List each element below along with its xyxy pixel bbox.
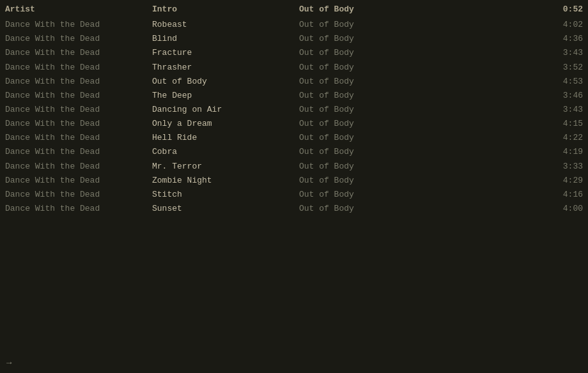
track-title: Zombie Night [152,174,299,187]
track-artist: Dance With the Dead [5,118,152,130]
track-duration: 4:00 [545,202,583,215]
table-row[interactable]: Dance With the DeadOut of BodyOut of Bod… [0,75,588,89]
track-artist: Dance With the Dead [5,146,152,158]
track-duration: 4:22 [545,132,583,144]
track-title: The Deep [152,89,299,102]
track-spacer [427,89,545,102]
track-artist: Dance With the Dead [5,174,152,187]
track-spacer [427,19,545,31]
track-title: Only a Dream [152,118,299,130]
track-list-header: Artist Intro Out of Body 0:52 [0,3,588,17]
track-spacer [427,75,545,88]
track-album: Out of Body [299,33,427,45]
track-duration: 3:43 [545,47,583,59]
track-spacer [427,47,545,59]
track-album: Out of Body [299,146,427,158]
track-title: Stitch [152,188,299,201]
track-spacer [427,132,545,144]
track-spacer [427,174,545,187]
bottom-bar: → [0,353,588,373]
track-album: Out of Body [299,89,427,102]
track-spacer [427,103,545,116]
track-album: Out of Body [299,118,427,130]
track-artist: Dance With the Dead [5,132,152,144]
track-title: Sunset [152,202,299,215]
track-artist: Dance With the Dead [5,47,152,59]
track-title: Fracture [152,47,299,59]
table-row[interactable]: Dance With the DeadThe DeepOut of Body3:… [0,89,588,103]
track-duration: 4:16 [545,188,583,201]
track-title: Cobra [152,146,299,158]
track-artist: Dance With the Dead [5,202,152,215]
track-album: Out of Body [299,103,427,116]
header-artist: Artist [5,3,152,16]
arrow-icon: → [6,358,12,368]
track-album: Out of Body [299,160,427,173]
track-album: Out of Body [299,61,427,74]
track-spacer [427,188,545,201]
track-album: Out of Body [299,174,427,187]
track-title: Dancing on Air [152,103,299,116]
track-title: Hell Ride [152,132,299,144]
track-duration: 4:53 [545,75,583,88]
header-title: Intro [152,3,299,16]
track-album: Out of Body [299,188,427,201]
track-artist: Dance With the Dead [5,160,152,173]
table-row[interactable]: Dance With the DeadFractureOut of Body3:… [0,46,588,60]
track-spacer [427,202,545,215]
table-row[interactable]: Dance With the DeadBlindOut of Body4:36 [0,32,588,46]
track-duration: 4:29 [545,174,583,187]
track-album: Out of Body [299,47,427,59]
track-spacer [427,118,545,130]
track-album: Out of Body [299,202,427,215]
track-title: Mr. Terror [152,160,299,173]
track-duration: 4:19 [545,146,583,158]
track-spacer [427,160,545,173]
track-duration: 3:52 [545,61,583,74]
track-title: Robeast [152,19,299,31]
track-artist: Dance With the Dead [5,75,152,88]
table-row[interactable]: Dance With the DeadStitchOut of Body4:16 [0,188,588,202]
track-duration: 4:36 [545,33,583,45]
track-list: Artist Intro Out of Body 0:52 Dance With… [0,0,588,218]
track-duration: 4:02 [545,19,583,31]
track-title: Out of Body [152,75,299,88]
header-album: Out of Body [299,3,427,16]
track-artist: Dance With the Dead [5,89,152,102]
track-duration: 3:33 [545,160,583,173]
table-row[interactable]: Dance With the DeadHell RideOut of Body4… [0,131,588,145]
track-duration: 3:46 [545,89,583,102]
table-row[interactable]: Dance With the DeadZombie NightOut of Bo… [0,174,588,188]
track-duration: 3:43 [545,103,583,116]
track-title: Blind [152,33,299,45]
track-duration: 4:15 [545,118,583,130]
header-duration: 0:52 [545,3,583,16]
track-spacer [427,33,545,45]
table-row[interactable]: Dance With the DeadRobeastOut of Body4:0… [0,18,588,32]
table-row[interactable]: Dance With the DeadThrasherOut of Body3:… [0,61,588,75]
track-album: Out of Body [299,19,427,31]
track-artist: Dance With the Dead [5,33,152,45]
table-row[interactable]: Dance With the DeadMr. TerrorOut of Body… [0,160,588,174]
table-row[interactable]: Dance With the DeadCobraOut of Body4:19 [0,145,588,159]
header-spacer [427,3,545,16]
track-album: Out of Body [299,132,427,144]
track-artist: Dance With the Dead [5,188,152,201]
table-row[interactable]: Dance With the DeadSunsetOut of Body4:00 [0,202,588,216]
table-row[interactable]: Dance With the DeadOnly a DreamOut of Bo… [0,117,588,131]
track-title: Thrasher [152,61,299,74]
track-artist: Dance With the Dead [5,103,152,116]
track-spacer [427,146,545,158]
track-artist: Dance With the Dead [5,19,152,31]
table-row[interactable]: Dance With the DeadDancing on AirOut of … [0,103,588,117]
track-artist: Dance With the Dead [5,61,152,74]
track-spacer [427,61,545,74]
track-album: Out of Body [299,75,427,88]
